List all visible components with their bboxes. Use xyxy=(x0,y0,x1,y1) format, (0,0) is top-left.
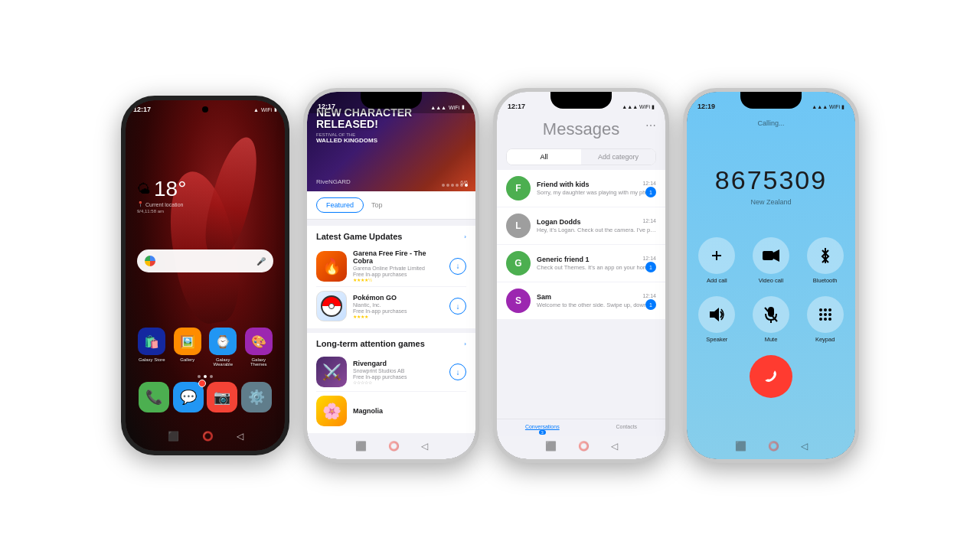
calling-phone: 12:19 ▲▲▲ WiFi ▮ Calling... 8675309 New … xyxy=(683,88,859,463)
samsung-time: 12:17 xyxy=(133,106,151,113)
samsung-search-bar[interactable]: 🎤 xyxy=(137,249,273,272)
latest-games-header: Latest Game Updates › xyxy=(316,232,466,241)
longterm-games-more[interactable]: › xyxy=(464,341,466,347)
samsung-status-icons: ▲ WiFi ▮ xyxy=(253,106,277,112)
freefire-icon: 🔥 xyxy=(316,251,347,282)
calling-notch xyxy=(740,92,802,109)
calling-screen: 12:19 ▲▲▲ WiFi ▮ Calling... 8675309 New … xyxy=(687,92,855,459)
app-gallery[interactable]: 🖼️ Gallery xyxy=(173,328,203,367)
dock-messages[interactable]: 💬 xyxy=(173,382,204,412)
tab-featured[interactable]: Featured xyxy=(316,197,364,213)
latest-games-more[interactable]: › xyxy=(464,233,466,240)
app-galaxy-store[interactable]: 🛍️ Galaxy Store xyxy=(137,328,167,367)
messages-phone: 12:17 ▲▲▲ WiFi ▮ Messages ⋯ All Add cate… xyxy=(493,88,669,463)
filter-all[interactable]: All xyxy=(507,149,581,165)
app-item-rivengard[interactable]: ⚔️ Rivengard Snowprint Studios AB Free I… xyxy=(316,353,466,392)
dock-camera[interactable]: 📷 xyxy=(207,382,237,412)
message-list: F Friend with kids 12:14 Sorry, my daugh… xyxy=(497,170,665,320)
message-item-sam[interactable]: S Sam 12:14 Welcome to the other side. S… xyxy=(497,282,665,320)
longterm-games-section: Long-term attention games › ⚔️ Rivengard… xyxy=(307,333,475,433)
app-galaxy-wearable[interactable]: ⌚ Galaxy Wearable xyxy=(208,328,238,367)
pokemon-download[interactable]: ↓ xyxy=(449,298,466,315)
nav-back[interactable]: ◁ xyxy=(421,441,428,452)
messages-bottom-tabs: Conversations 3 Contacts xyxy=(497,419,665,436)
samsung-nav-bar: ⬛ ⭕ ◁ xyxy=(126,431,285,442)
message-item-generic[interactable]: G Generic friend 1 12:14 Check out Theme… xyxy=(497,245,665,282)
app-galaxy-themes[interactable]: 🎨 Galaxy Themes xyxy=(244,328,274,367)
ctrl-speaker[interactable]: Speaker xyxy=(694,296,740,343)
longterm-games-title: Long-term attention games xyxy=(316,339,425,348)
svg-point-15 xyxy=(819,318,822,321)
bluetooth-icon xyxy=(807,237,844,274)
messages-notch xyxy=(550,92,612,109)
nav-recent[interactable]: ⬛ xyxy=(168,431,179,442)
app-item-freefire[interactable]: 🔥 Garena Free Fire - The Cobra Garena On… xyxy=(316,246,466,287)
nav-home[interactable]: ⭕ xyxy=(202,431,214,442)
add-call-icon xyxy=(698,237,735,274)
samsung-camera-hole xyxy=(202,106,208,112)
dock-phone[interactable]: 📞 xyxy=(139,382,169,412)
banner-count: 6/6 xyxy=(460,180,468,185)
nav-home[interactable]: ⭕ xyxy=(578,441,590,452)
calling-status-icons: ▲▲▲ WiFi ▮ xyxy=(812,104,844,110)
rivengard-icon: ⚔️ xyxy=(316,357,347,387)
appstore-nav: ⬛ ⭕ ◁ xyxy=(307,441,475,452)
samsung-screen: 12:17 ▲ WiFi ▮ 🌤 18° 📍 Current location … xyxy=(126,100,285,451)
iphone-notch xyxy=(361,92,422,109)
message-item-friend-with-kids[interactable]: F Friend with kids 12:14 Sorry, my daugh… xyxy=(497,170,665,207)
latest-games-title: Latest Game Updates xyxy=(316,232,402,241)
nav-recent[interactable]: ⬛ xyxy=(735,441,746,452)
nav-back[interactable]: ◁ xyxy=(611,441,618,452)
messages-time: 12:17 xyxy=(508,103,525,110)
end-call-button[interactable] xyxy=(750,355,792,398)
messages-filter-bar: All Add category xyxy=(506,148,656,165)
rivengard-download[interactable]: ↓ xyxy=(449,364,466,380)
nav-back[interactable]: ◁ xyxy=(237,431,243,442)
tab-top[interactable]: Top xyxy=(371,201,383,209)
svg-point-10 xyxy=(824,308,827,311)
appstore-phone: 12:17 ▲▲▲ WiFi ▮ NEW CHARACTERRELEASED! … xyxy=(303,88,479,463)
longterm-games-header: Long-term attention games › xyxy=(316,339,466,348)
samsung-weather-widget: 🌤 18° 📍 Current location 9/4,11:58 am xyxy=(137,177,186,214)
tab-contacts[interactable]: Contacts xyxy=(616,424,637,435)
nav-home[interactable]: ⭕ xyxy=(768,441,779,452)
badge-sam: 1 xyxy=(645,299,656,310)
svg-point-17 xyxy=(828,318,831,321)
samsung-temp: 18° xyxy=(154,177,186,201)
calling-controls: Add call Video call xyxy=(694,237,848,398)
page-indicator xyxy=(198,375,213,378)
dock-settings[interactable]: ⚙️ xyxy=(241,382,272,412)
samsung-date: 9/4,11:58 am xyxy=(137,209,186,214)
samsung-location: 📍 Current location xyxy=(137,201,186,207)
nav-home[interactable]: ⭕ xyxy=(388,441,400,452)
svg-marker-5 xyxy=(710,308,719,321)
filter-add-category[interactable]: Add category xyxy=(581,149,655,165)
ctrl-mute[interactable]: Mute xyxy=(749,296,794,343)
ctrl-keypad[interactable]: Keypad xyxy=(802,296,848,343)
appstore-time: 12:17 xyxy=(318,103,335,110)
messages-more-button[interactable]: ⋯ xyxy=(645,119,656,132)
freefire-download[interactable]: ↓ xyxy=(449,258,466,275)
nav-recent[interactable]: ⬛ xyxy=(545,441,557,452)
tab-conversations[interactable]: Conversations 3 xyxy=(525,424,560,435)
nav-recent[interactable]: ⬛ xyxy=(355,441,367,452)
calling-location: New Zealand xyxy=(687,198,855,206)
svg-point-11 xyxy=(828,308,831,311)
keypad-icon xyxy=(807,296,844,333)
svg-point-14 xyxy=(828,313,831,316)
ctrl-add-call[interactable]: Add call xyxy=(694,237,740,284)
message-item-logan[interactable]: L Logan Dodds 12:14 Hey, it's Logan. Che… xyxy=(497,207,665,245)
app-item-magnolia[interactable]: 🌸 Magnolia xyxy=(316,392,466,430)
ctrl-video-call[interactable]: Video call xyxy=(749,237,794,284)
end-call-row xyxy=(694,355,848,398)
controls-grid-top: Add call Video call xyxy=(694,237,848,284)
messages-title: Messages xyxy=(506,119,656,139)
latest-games-section: Latest Game Updates › 🔥 Garena Free Fire… xyxy=(307,226,475,328)
nav-back[interactable]: ◁ xyxy=(801,441,808,452)
app-item-pokemon[interactable]: Pokémon GO Niantic, Inc. Free In-app pur… xyxy=(316,287,466,325)
google-logo xyxy=(145,256,155,266)
samsung-dock: 📞 💬 📷 ⚙️ xyxy=(137,382,273,412)
rivengard-label: RiveNGARD xyxy=(316,178,351,185)
ctrl-bluetooth[interactable]: Bluetooth xyxy=(802,237,848,284)
message-badge xyxy=(198,380,206,387)
